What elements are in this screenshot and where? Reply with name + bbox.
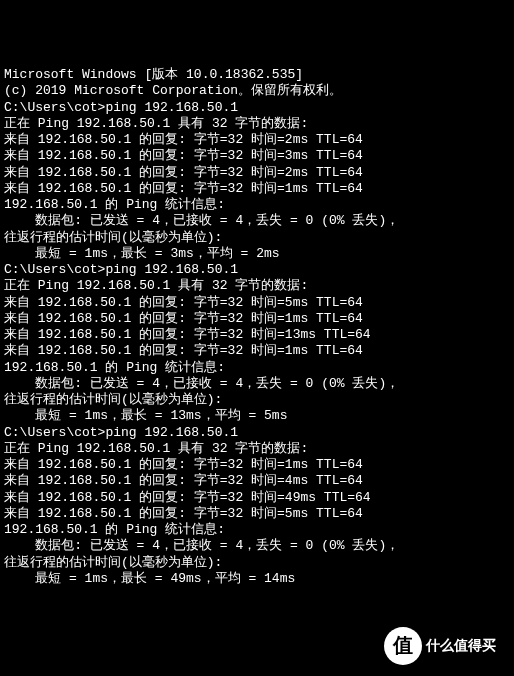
ping-reply-line: 来自 192.168.50.1 的回复: 字节=32 时间=1ms TTL=64	[4, 311, 510, 327]
copyright-line: (c) 2019 Microsoft Corporation。保留所有权利。	[4, 83, 510, 99]
ping-reply-line: 来自 192.168.50.1 的回复: 字节=32 时间=1ms TTL=64	[4, 181, 510, 197]
ping-stats-packets: 数据包: 已发送 = 4，已接收 = 4，丢失 = 0 (0% 丢失)，	[4, 213, 510, 229]
ping-stats-rtt: 最短 = 1ms，最长 = 13ms，平均 = 5ms	[4, 408, 510, 424]
ping-stats-packets: 数据包: 已发送 = 4，已接收 = 4，丢失 = 0 (0% 丢失)，	[4, 376, 510, 392]
ping-reply-line: 来自 192.168.50.1 的回复: 字节=32 时间=49ms TTL=6…	[4, 490, 510, 506]
terminal-output[interactable]: Microsoft Windows [版本 10.0.18362.535](c)…	[4, 67, 510, 587]
ping-stats-rtt: 最短 = 1ms，最长 = 49ms，平均 = 14ms	[4, 571, 510, 587]
windows-version-line: Microsoft Windows [版本 10.0.18362.535]	[4, 67, 510, 83]
ping-reply-line: 来自 192.168.50.1 的回复: 字节=32 时间=5ms TTL=64	[4, 506, 510, 522]
ping-header-line: 正在 Ping 192.168.50.1 具有 32 字节的数据:	[4, 116, 510, 132]
command-prompt-line: C:\Users\cot>ping 192.168.50.1	[4, 262, 510, 278]
ping-stats-rtt: 最短 = 1ms，最长 = 3ms，平均 = 2ms	[4, 246, 510, 262]
ping-reply-line: 来自 192.168.50.1 的回复: 字节=32 时间=3ms TTL=64	[4, 148, 510, 164]
watermark-badge: 值 什么值得买	[384, 626, 504, 666]
command-prompt-line: C:\Users\cot>ping 192.168.50.1	[4, 100, 510, 116]
ping-stats-rtt-title: 往返行程的估计时间(以毫秒为单位):	[4, 392, 510, 408]
ping-stats-rtt-title: 往返行程的估计时间(以毫秒为单位):	[4, 230, 510, 246]
ping-stats-packets: 数据包: 已发送 = 4，已接收 = 4，丢失 = 0 (0% 丢失)，	[4, 538, 510, 554]
watermark-icon: 值	[384, 627, 422, 665]
ping-header-line: 正在 Ping 192.168.50.1 具有 32 字节的数据:	[4, 441, 510, 457]
ping-stats-rtt-title: 往返行程的估计时间(以毫秒为单位):	[4, 555, 510, 571]
ping-reply-line: 来自 192.168.50.1 的回复: 字节=32 时间=1ms TTL=64	[4, 343, 510, 359]
ping-header-line: 正在 Ping 192.168.50.1 具有 32 字节的数据:	[4, 278, 510, 294]
ping-reply-line: 来自 192.168.50.1 的回复: 字节=32 时间=2ms TTL=64	[4, 165, 510, 181]
ping-stats-title: 192.168.50.1 的 Ping 统计信息:	[4, 522, 510, 538]
ping-stats-title: 192.168.50.1 的 Ping 统计信息:	[4, 197, 510, 213]
watermark-text: 什么值得买	[422, 637, 496, 655]
ping-reply-line: 来自 192.168.50.1 的回复: 字节=32 时间=2ms TTL=64	[4, 132, 510, 148]
ping-stats-title: 192.168.50.1 的 Ping 统计信息:	[4, 360, 510, 376]
ping-reply-line: 来自 192.168.50.1 的回复: 字节=32 时间=5ms TTL=64	[4, 295, 510, 311]
ping-reply-line: 来自 192.168.50.1 的回复: 字节=32 时间=1ms TTL=64	[4, 457, 510, 473]
ping-reply-line: 来自 192.168.50.1 的回复: 字节=32 时间=4ms TTL=64	[4, 473, 510, 489]
ping-reply-line: 来自 192.168.50.1 的回复: 字节=32 时间=13ms TTL=6…	[4, 327, 510, 343]
command-prompt-line: C:\Users\cot>ping 192.168.50.1	[4, 425, 510, 441]
